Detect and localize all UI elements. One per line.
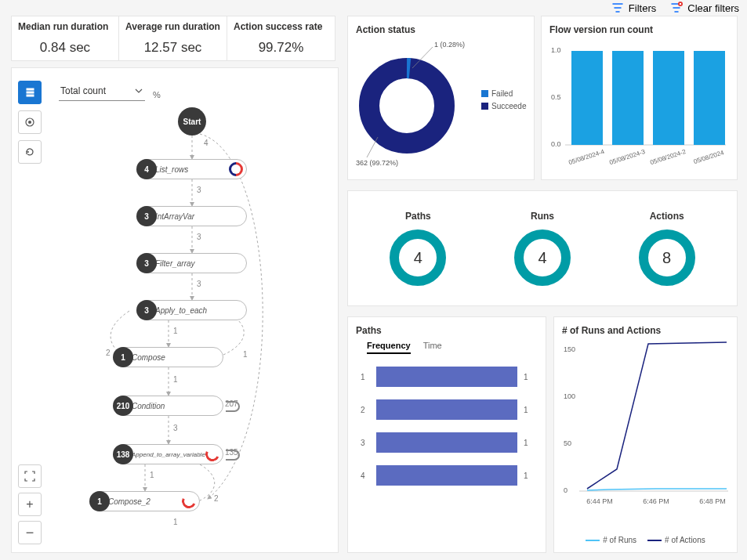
paths-tabs: Frequency Time [367,341,538,354]
list-icon [24,86,36,99]
edge-label: 3 [197,280,201,288]
edge-label: 3 [197,186,201,194]
path-row[interactable]: 31 [361,432,533,453]
kpi-value: 99.72% [234,40,328,56]
zoom-out-button[interactable]: − [18,521,42,544]
card-title: Flow version run count [549,24,729,35]
clear-filters-button[interactable]: Clear filters [670,2,739,14]
ring-number: 4 [538,249,546,267]
row-val: 1 [524,471,533,480]
node-count: 3 [136,300,157,320]
node-count: 1 [113,347,133,367]
zoom-in-button[interactable]: + [18,493,42,516]
legend-actions: # of Actions [647,536,705,544]
row-idx: 3 [361,439,370,447]
row-bar [376,367,517,387]
fullscreen-button[interactable] [18,464,42,488]
legend-text: # of Actions [665,536,705,544]
row-val: 1 [524,373,533,381]
node-filter-array[interactable]: 3 Filter_array [137,253,247,273]
node-count: 210 [113,396,133,416]
path-row[interactable]: 11 [361,367,533,387]
node-label: Append_to_array_variable [132,451,205,458]
xlabel: 05/08/2024-2 [649,148,687,166]
tab-frequency[interactable]: Frequency [367,341,411,354]
legend-succeeded: Succeeded [491,102,527,110]
svg-rect-2 [27,92,34,93]
flow-view-button[interactable] [18,81,42,104]
start-node[interactable]: Start [178,107,206,135]
xlabel: 05/08/2024-3 [608,148,646,166]
filters-button[interactable]: Filters [611,2,656,14]
filter-icon [611,2,624,14]
ylabel: 0 [564,486,568,494]
card-title: Action status [356,24,526,35]
kpi-value: 0.84 sec [18,40,112,56]
node-label: Condition [132,402,165,410]
succeeded-callout: 362 (99.72%) [356,159,398,167]
node-compose[interactable]: 1 Compose [114,347,223,367]
kpi-title: Average run duration [125,21,220,32]
ring-value[interactable]: 4 [514,229,571,286]
node-apply-to-each[interactable]: 3 Apply_to_each [137,300,247,320]
runs-ring: Runs 4 [514,211,571,286]
action-status-chart[interactable]: 1 (0.28%) 362 (99.72%) Failed Succeeded [356,35,527,168]
clear-filters-label: Clear filters [687,2,739,14]
node-label: List_rows [155,165,188,174]
edge-label: 1 [243,350,248,359]
node-intarrayvar[interactable]: 3 IntArrayVar [137,206,247,226]
edge-label: 2 [214,494,219,503]
ring-number: 4 [414,249,422,267]
node-label: Apply_to_each [155,306,207,315]
metric-dropdown[interactable]: Total count [59,81,145,101]
ring-value[interactable]: 8 [639,229,695,286]
node-label: Compose_2 [108,497,150,506]
xlabel: 6:46 PM [643,497,669,505]
flow-version-chart[interactable]: 1.0 0.5 0.0 05/08/2024-4 05/08/2024-3 05… [549,35,730,176]
runs-actions-chart[interactable]: 150 100 50 0 6:44 PM 6:46 PM 6:48 PM [562,336,731,530]
legend-runs: # of Runs [586,536,636,544]
xlabel: 6:48 PM [699,497,726,505]
node-label: Filter_array [155,259,195,268]
status-arc-icon [179,492,198,510]
row-idx: 1 [361,373,370,381]
node-count: 1 [89,491,110,511]
row-idx: 4 [361,471,370,480]
path-row[interactable]: 21 [361,399,533,420]
node-condition[interactable]: 210 Condition [114,396,223,416]
flowchart-area[interactable]: Start 4 List_rows 3 IntArrayVar 3 Filter… [43,107,330,544]
node-count: 3 [136,206,157,226]
filters-label: Filters [629,2,656,14]
loop-count: 207 [225,399,238,408]
ring-label: Paths [390,211,446,222]
target-icon [24,116,36,128]
runs-actions-card: # of Runs and Actions 150 100 50 0 6:44 … [553,316,738,553]
row-bar [376,432,517,453]
tab-time[interactable]: Time [423,341,442,354]
ylabel: 100 [564,392,575,400]
edge-label: 4 [204,139,209,147]
node-list-rows[interactable]: 4 List_rows [137,159,247,179]
start-label: Start [183,117,201,126]
ylabel: 0.0 [551,140,561,148]
kpi-title: Action success rate [234,21,328,32]
path-row[interactable]: 41 [361,465,533,486]
ring-value[interactable]: 4 [390,229,446,286]
svg-rect-13 [612,51,644,145]
svg-point-6 [369,68,444,143]
edge-label: 1 [173,518,178,526]
status-arc-icon [203,445,221,463]
edge-label: 1 [150,471,154,479]
node-compose-2[interactable]: 1 Compose_2 [90,491,200,511]
legend-swatch [647,540,662,541]
percent-symbol: % [153,90,161,99]
edge-label: 1 [173,375,178,384]
node-count: 138 [113,444,133,464]
kpi-success-rate: Action success rate 99.72% [227,16,335,61]
node-append-array[interactable]: 138 Append_to_array_variable [114,444,223,464]
flow-target-button[interactable] [18,110,42,134]
flow-diagram-card: Total count % Start 4 List_ro [11,67,339,553]
minus-icon: − [26,525,34,541]
flow-refresh-button[interactable] [18,140,42,164]
kpi-value: 12.57 sec [125,40,220,56]
